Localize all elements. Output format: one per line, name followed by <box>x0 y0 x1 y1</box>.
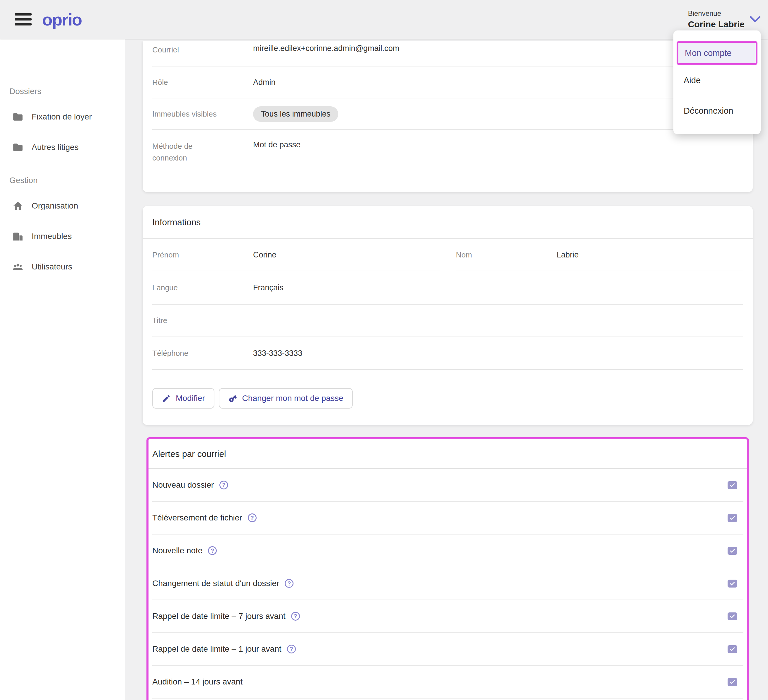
menu-item-deconnexion[interactable]: Déconnexion <box>674 96 761 126</box>
name-fields-row: Prénom Corine Nom Labrie <box>152 239 743 271</box>
sidebar-item-label: Immeubles <box>32 232 72 241</box>
menu-item-mon-compte[interactable]: Mon compte <box>677 41 757 65</box>
check-icon <box>729 679 736 686</box>
alert-label: Nouvelle note <box>152 546 202 555</box>
pencil-icon <box>162 394 171 403</box>
sidebar-item-label: Autres litiges <box>32 143 78 152</box>
informations-card: Informations Prénom Corine Nom Labrie La… <box>142 206 753 425</box>
help-icon[interactable]: ? <box>219 481 228 489</box>
alert-row-televersement-fichier: Téléversement de fichier ? <box>152 502 743 534</box>
alert-checkbox-checked[interactable] <box>728 580 737 588</box>
all-buildings-chip: Tous les immeubles <box>253 106 338 122</box>
nom-field: Nom Labrie <box>456 239 743 271</box>
field-value: 333-333-3333 <box>253 349 302 358</box>
alert-row-nouveau-dossier: Nouveau dossier ? <box>152 469 743 502</box>
button-label: Changer mon mot de passe <box>242 394 344 403</box>
help-icon[interactable]: ? <box>287 645 296 654</box>
modify-button[interactable]: Modifier <box>152 388 214 409</box>
alert-checkbox-checked[interactable] <box>728 514 737 522</box>
alerts-card-title: Alertes par courriel <box>149 439 747 469</box>
account-row-role: Rôle Admin <box>142 67 753 98</box>
field-value: Admin <box>253 78 276 87</box>
field-label: Méthode de connexion <box>152 140 253 164</box>
alert-checkbox-checked[interactable] <box>728 612 737 620</box>
help-icon[interactable]: ? <box>285 579 293 588</box>
sidebar-item-autres-litiges[interactable]: Autres litiges <box>0 132 125 163</box>
sidebar-section-dossiers: Dossiers <box>10 81 125 102</box>
alerts-annotation-border: Alertes par courriel Nouveau dossier ? T… <box>146 437 749 700</box>
help-icon[interactable]: ? <box>291 612 300 621</box>
brand-logo[interactable]: oprio <box>42 10 82 29</box>
sidebar: Dossiers Fixation de loyer Autres litige… <box>0 39 125 700</box>
field-label: Prénom <box>152 249 253 261</box>
folder-icon <box>12 111 24 122</box>
button-label: Modifier <box>176 394 205 403</box>
menu-item-label: Mon compte <box>685 48 732 58</box>
screen: oprio Bienvenue Corine Labrie Dossiers F… <box>0 0 768 700</box>
sidebar-item-label: Fixation de loyer <box>32 112 92 121</box>
telephone-field: Téléphone 333-333-3333 <box>152 337 743 370</box>
alert-label: Rappel de date limite – 1 jour avant <box>152 644 282 654</box>
check-icon <box>729 515 736 521</box>
alert-row-changement-statut: Changement de statut d'un dossier ? <box>152 567 743 600</box>
change-password-button[interactable]: Changer mon mot de passe <box>219 388 353 409</box>
check-icon <box>729 613 736 620</box>
user-dropdown-menu: Mon compte Aide Déconnexion <box>674 30 761 134</box>
menu-item-label: Déconnexion <box>684 106 733 116</box>
alert-label: Changement de statut d'un dossier <box>152 579 279 588</box>
field-label: Rôle <box>152 77 253 88</box>
check-icon <box>729 646 736 652</box>
alert-checkbox-checked[interactable] <box>728 678 737 686</box>
sidebar-item-fixation-de-loyer[interactable]: Fixation de loyer <box>0 102 125 132</box>
alert-row-audition-1-jour: Audition – 1 jour avant <box>152 698 743 700</box>
account-row-methode-connexion: Méthode de connexion Mot de passe <box>142 130 753 183</box>
field-value: mireille.edilex+corinne.admin@gmail.com <box>253 44 399 53</box>
check-icon <box>729 482 736 489</box>
welcome-text: Bienvenue <box>688 10 744 18</box>
menu-item-aide[interactable]: Aide <box>674 65 761 96</box>
account-card: Courriel mireille.edilex+corinne.admin@g… <box>142 41 753 192</box>
alert-label: Audition – 14 jours avant <box>152 677 243 687</box>
account-row-immeubles-visibles: Immeubles visibles Tous les immeubles <box>142 98 753 130</box>
key-icon <box>228 394 237 403</box>
alert-label: Rappel de date limite – 7 jours avant <box>152 612 286 621</box>
main-content: Courriel mireille.edilex+corinne.admin@g… <box>125 39 768 700</box>
alert-checkbox-checked[interactable] <box>728 547 737 555</box>
field-value: Corine <box>253 251 277 259</box>
informations-card-title: Informations <box>142 206 753 239</box>
sidebar-item-immeubles[interactable]: Immeubles <box>0 221 125 252</box>
field-label: Courriel <box>152 44 253 56</box>
sidebar-item-label: Utilisateurs <box>32 262 72 272</box>
chevron-down-icon[interactable] <box>749 16 761 24</box>
help-icon[interactable]: ? <box>248 513 257 522</box>
prenom-field: Prénom Corine <box>152 239 440 271</box>
users-icon <box>12 261 24 272</box>
alert-label: Nouveau dossier <box>152 480 214 490</box>
sidebar-item-label: Organisation <box>32 201 78 211</box>
sidebar-item-organisation[interactable]: Organisation <box>0 191 125 221</box>
field-value: Labrie <box>557 251 579 259</box>
sidebar-section-gestion: Gestion <box>10 170 125 191</box>
menu-item-label: Aide <box>684 75 701 85</box>
langue-field: Langue Français <box>152 271 743 305</box>
folder-icon <box>12 142 24 153</box>
alert-row-audition-14-jours: Audition – 14 jours avant <box>152 666 743 698</box>
alert-row-nouvelle-note: Nouvelle note ? <box>152 534 743 567</box>
alert-checkbox-checked[interactable] <box>728 481 737 489</box>
check-icon <box>729 580 736 587</box>
hamburger-menu-icon[interactable] <box>14 13 32 26</box>
alert-row-rappel-7-jours: Rappel de date limite – 7 jours avant ? <box>152 600 743 633</box>
alert-row-rappel-1-jour: Rappel de date limite – 1 jour avant ? <box>152 633 743 666</box>
alert-checkbox-checked[interactable] <box>728 645 737 653</box>
actions-row: Modifier Changer mon mot de passe <box>142 370 753 409</box>
help-icon[interactable]: ? <box>208 546 217 555</box>
sidebar-item-utilisateurs[interactable]: Utilisateurs <box>0 252 125 282</box>
user-name: Corine Labrie <box>688 19 744 29</box>
field-value: Français <box>253 283 283 292</box>
field-label: Langue <box>152 282 253 294</box>
titre-field: Titre <box>152 305 743 337</box>
field-value: Mot de passe <box>253 140 301 149</box>
field-label: Titre <box>152 315 253 326</box>
field-label: Téléphone <box>152 347 253 359</box>
top-bar: oprio Bienvenue Corine Labrie <box>0 0 768 39</box>
